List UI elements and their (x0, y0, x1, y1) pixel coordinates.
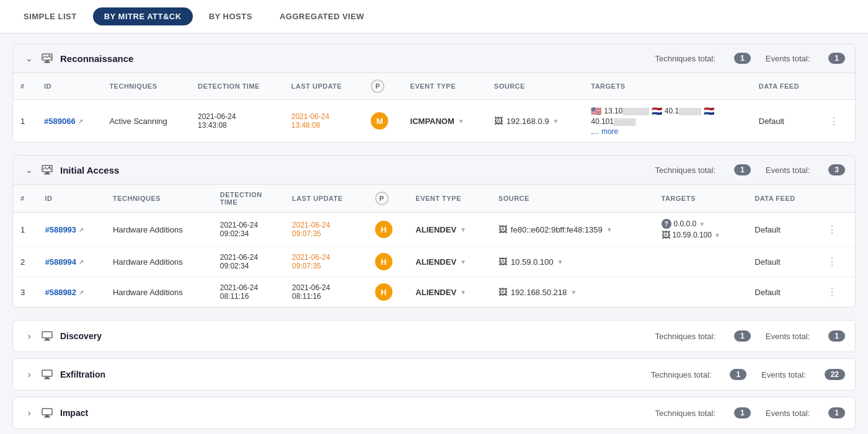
tab-by-mitre[interactable]: BY MITRE ATT&CK (93, 7, 193, 25)
nav-tabs: SIMPLE LIST BY MITRE ATT&CK BY HOSTS AGG… (0, 0, 868, 33)
svg-rect-13 (44, 378, 50, 379)
update-time: 08:11:16 (292, 292, 360, 301)
row-menu-icon[interactable]: ⋮ (826, 115, 841, 128)
events-label-d: Events total: (766, 332, 810, 341)
row-menu-icon[interactable]: ⋮ (825, 286, 839, 299)
source-dropdown-icon[interactable]: ▼ (553, 118, 559, 125)
row-id[interactable]: #588982 ➚ (37, 277, 105, 308)
initial-access-title: Initial Access (60, 165, 655, 175)
row-num: 1 (13, 213, 37, 247)
col-techniques: TECHNIQUES (102, 73, 190, 100)
monitor-icon: 🖼 (494, 116, 503, 126)
source-ip: 10.59.0.100 (511, 257, 554, 267)
collapse-initial-access[interactable]: ⌄ (23, 164, 35, 176)
tab-by-hosts[interactable]: BY HOSTS (198, 7, 264, 25)
expand-discovery[interactable]: › (23, 330, 35, 342)
events-label-2: Events total: (766, 166, 810, 175)
impact-title: Impact (60, 408, 655, 418)
update-time: 13:48:08 (291, 121, 356, 130)
row-detection: 2021-06-24 09:02:34 (213, 213, 285, 247)
col-num: # (13, 73, 37, 100)
table-row: 1 #588993 ➚ Hardware Additions 2021-06-2… (13, 213, 855, 247)
event-type-text: ALIENDEV (415, 257, 456, 267)
techniques-badge-d: 1 (734, 330, 751, 342)
row-techniques: Hardware Additions (105, 277, 213, 308)
source-dropdown-icon[interactable]: ▼ (557, 259, 564, 265)
more-link[interactable]: ,... more (591, 127, 618, 136)
row-priority: H (368, 247, 409, 277)
section-header-reconnaissance: ⌄ Reconnaissance Techniques total: 1 Eve… (13, 44, 855, 73)
techniques-label-i: Techniques total: (655, 409, 716, 418)
initial-access-meta: Techniques total: 1 Events total: 3 (655, 164, 846, 175)
update-date: 2021-06-24 (292, 283, 360, 292)
target-ip: 0.0.0.0 (674, 219, 697, 228)
table-row: 2 #588994 ➚ Hardware Additions 2021-06-2… (13, 247, 855, 277)
flag-us: 🇺🇸 (591, 106, 601, 116)
expand-impact[interactable]: › (23, 407, 35, 419)
row-datafeed: Default (751, 100, 819, 143)
priority-badge: H (375, 253, 392, 270)
row-techniques: Active Scanning (102, 100, 190, 143)
row-targets (654, 247, 748, 277)
target-item: ? 0.0.0.0 ▼ (662, 219, 740, 229)
col-techniques2: TECHNIQUES (105, 185, 213, 213)
row-datafeed: Default (747, 247, 817, 277)
row-menu-icon[interactable]: ⋮ (825, 223, 839, 236)
row-source: 🖼 10.59.0.100 ▼ (491, 247, 654, 277)
monitor-icon: 🖼 (498, 287, 507, 297)
row-num: 2 (13, 247, 37, 277)
svg-rect-5 (45, 172, 49, 174)
row-num: 3 (13, 277, 37, 308)
dropdown-arrow-icon[interactable]: ▼ (460, 226, 466, 233)
row-update: 2021-06-24 08:11:16 (285, 277, 368, 308)
row-targets: 🇺🇸 13.10██████ 🇳🇱 40.1█████ 🇳🇱 40.101███… (583, 100, 751, 143)
row-update: 2021-06-24 09:07:35 (285, 247, 368, 277)
row-id[interactable]: #588993 ➚ (37, 213, 105, 247)
row-actions[interactable]: ⋮ (817, 277, 855, 308)
source-dropdown-icon[interactable]: ▼ (606, 226, 613, 233)
detection-time: 09:02:34 (220, 262, 277, 270)
event-type-text: ICMPANOM (410, 117, 454, 126)
target-arrow-icon[interactable]: ▼ (699, 221, 705, 228)
techniques-badge-i: 1 (734, 407, 751, 418)
update-time: 09:07:35 (292, 262, 360, 270)
row-targets: ? 0.0.0.0 ▼ 🖼 10.59.0.100 ▼ (654, 213, 748, 247)
row-source: 🖼 192.168.0.9 ▼ (487, 100, 583, 143)
collapse-reconnaissance[interactable]: ⌄ (23, 52, 35, 64)
svg-rect-8 (42, 332, 52, 338)
event-type-text: ALIENDEV (415, 288, 456, 297)
dropdown-arrow-icon[interactable]: ▼ (458, 118, 464, 125)
row-id[interactable]: #588994 ➚ (37, 247, 105, 277)
table-header-row-2: # ID TECHNIQUES DETECTIONTIME LAST UPDAT… (13, 185, 855, 213)
row-techniques: Hardware Additions (105, 247, 213, 277)
source-ip: 192.168.0.9 (507, 117, 549, 126)
row-actions[interactable]: ⋮ (817, 247, 855, 277)
tab-aggregated[interactable]: AGGREGATED VIEW (268, 7, 376, 25)
row-id[interactable]: #589066 ➚ (37, 100, 102, 143)
col-actions2 (817, 185, 855, 213)
detection-time: 13:43:08 (198, 121, 277, 130)
flag-nl: 🇳🇱 (652, 106, 662, 116)
col-targets2: TARGETS (654, 185, 748, 213)
row-priority: M (363, 100, 402, 143)
row-menu-icon[interactable]: ⋮ (825, 255, 839, 268)
priority-badge: M (371, 112, 388, 130)
row-actions[interactable]: ⋮ (819, 100, 855, 143)
reconnaissance-icon (40, 51, 54, 65)
col-update2: LAST UPDATE (285, 185, 368, 213)
tab-simple-list[interactable]: SIMPLE LIST (12, 7, 88, 25)
row-datafeed: Default (747, 213, 817, 247)
dropdown-arrow-icon[interactable]: ▼ (460, 259, 466, 265)
dropdown-arrow-icon[interactable]: ▼ (460, 289, 466, 296)
col-targets: TARGETS (583, 73, 751, 100)
source-ip: fe80::e602:9bff:fe48:1359 (511, 225, 603, 234)
flag-nl2: 🇳🇱 (704, 106, 714, 116)
table-header-row-1: # ID TECHNIQUES DETECTION TIME LAST UPDA… (13, 73, 855, 100)
expand-exfiltration[interactable]: › (23, 368, 35, 381)
events-badge-i: 1 (828, 407, 845, 418)
events-badge-d: 1 (828, 330, 845, 342)
target-arrow-icon-2[interactable]: ▼ (714, 232, 720, 239)
svg-rect-11 (42, 370, 52, 376)
row-actions[interactable]: ⋮ (817, 213, 855, 247)
source-dropdown-icon[interactable]: ▼ (570, 289, 577, 296)
